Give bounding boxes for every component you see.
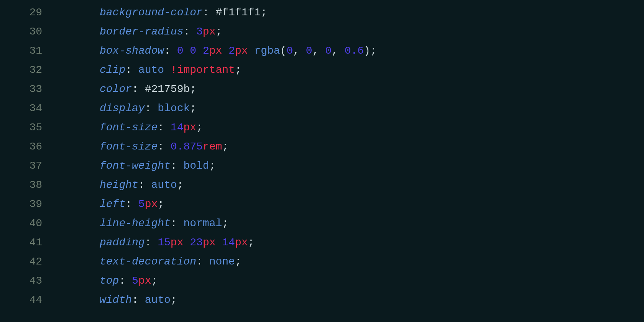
token-hex: #21759b [145,83,190,95]
code-content[interactable]: left: 5px; [54,195,164,214]
token-unit: px [203,26,216,38]
code-line[interactable]: 35font-size: 14px; [0,118,644,137]
token-prop: padding [100,237,145,248]
token-punct: ; [177,179,184,191]
token-prop: line-height [100,217,171,229]
token-punct: ; [151,275,158,287]
token-punct: ; [171,294,177,306]
line-number: 35 [0,118,54,137]
token-kw: auto [151,179,177,191]
token-punct: ; [158,198,164,210]
code-content[interactable]: width: auto; [54,291,177,310]
code-content[interactable]: font-size: 14px; [54,118,203,137]
line-number: 38 [0,176,54,195]
token-punct: : [119,275,132,287]
code-content[interactable]: font-weight: bold; [54,156,215,176]
line-number: 44 [0,291,54,310]
code-line[interactable]: 31box-shadow: 0 0 2px 2px rgba(0, 0, 0, … [0,41,644,61]
token-punct: ; [222,141,228,153]
code-content[interactable]: color: #21759b; [54,80,196,99]
code-content[interactable]: top: 5px; [54,271,158,291]
code-line[interactable]: 38height: auto; [0,176,644,195]
code-content[interactable]: line-height: normal; [54,214,228,233]
token-num: 23 [190,237,203,248]
code-editor[interactable]: 29background-color: #f1f1f1;30border-rad… [0,0,644,310]
code-content[interactable]: border-radius: 3px; [54,22,222,41]
token-punct: : [145,102,158,114]
token-punct: : [158,141,171,153]
code-line[interactable]: 32clip: auto !important; [0,61,644,80]
code-content[interactable]: clip: auto !important; [54,61,242,80]
code-line[interactable]: 36font-size: 0.875rem; [0,137,644,156]
code-line[interactable]: 43top: 5px; [0,271,644,291]
token-kw: normal [183,217,222,229]
token-punct: ; [196,122,203,133]
token-punct: ; [235,64,242,76]
token-prop: clip [100,64,125,76]
token-punct: : [171,160,184,172]
token-punct: ; [222,217,228,229]
token-punct: : [158,122,171,133]
code-line[interactable]: 40line-height: normal; [0,214,644,233]
token-punct [183,45,190,57]
line-number: 39 [0,195,54,214]
token-prop: font-size [100,122,158,133]
token-punct: : [125,198,138,210]
line-number: 40 [0,214,54,233]
token-punct: , [293,45,306,57]
token-unit: rem [203,141,222,153]
code-content[interactable]: padding: 15px 23px 14px; [54,233,254,252]
token-punct [222,45,228,57]
token-important: !important [171,64,235,76]
token-punct [164,64,171,76]
token-paren: ( [280,45,287,57]
code-content[interactable]: font-size: 0.875rem; [54,137,228,156]
code-content[interactable]: height: auto; [54,176,183,195]
code-line[interactable]: 44width: auto; [0,291,644,310]
line-number: 30 [0,22,54,41]
token-prop: color [100,83,132,95]
code-content[interactable]: display: block; [54,99,196,118]
token-prop: border-radius [100,26,183,38]
token-unit: px [183,122,196,133]
token-paren: ) [364,45,370,57]
token-prop: box-shadow [100,45,164,57]
token-num: 14 [171,122,184,133]
code-content[interactable]: text-decoration: none; [54,252,242,271]
token-unit: px [138,275,151,287]
token-num: 2 [203,45,209,57]
token-punct: ; [370,45,377,57]
token-num: 0 [286,45,293,57]
token-num: 0 [177,45,184,57]
line-number: 29 [0,3,54,22]
token-kw: auto [145,294,171,306]
code-line[interactable]: 39left: 5px; [0,195,644,214]
token-punct: ; [215,26,222,38]
token-prop: display [100,102,145,114]
code-line[interactable]: 42text-decoration: none; [0,252,644,271]
token-num: 5 [132,275,138,287]
token-kw: auto [138,64,164,76]
token-punct: : [138,179,151,191]
token-num: 0.6 [345,45,364,57]
code-line[interactable]: 30border-radius: 3px; [0,22,644,41]
line-number: 43 [0,271,54,291]
token-unit: px [235,45,248,57]
token-num: 5 [138,198,145,210]
code-content[interactable]: box-shadow: 0 0 2px 2px rgba(0, 0, 0, 0.… [54,41,377,61]
code-line[interactable]: 33color: #21759b; [0,80,644,99]
token-prop: font-weight [100,160,171,172]
code-line[interactable]: 37font-weight: bold; [0,156,644,176]
code-line[interactable]: 34display: block; [0,99,644,118]
code-content[interactable]: background-color: #f1f1f1; [54,3,267,22]
code-line[interactable]: 29background-color: #f1f1f1; [0,3,644,22]
token-prop: width [100,294,132,306]
token-num: 14 [222,237,235,248]
code-line[interactable]: 41padding: 15px 23px 14px; [0,233,644,252]
token-punct: : [125,64,138,76]
token-punct: ; [261,7,267,18]
token-punct: ; [209,160,216,172]
line-number: 42 [0,252,54,271]
token-func: rgba [254,45,280,57]
token-punct: : [196,256,209,268]
